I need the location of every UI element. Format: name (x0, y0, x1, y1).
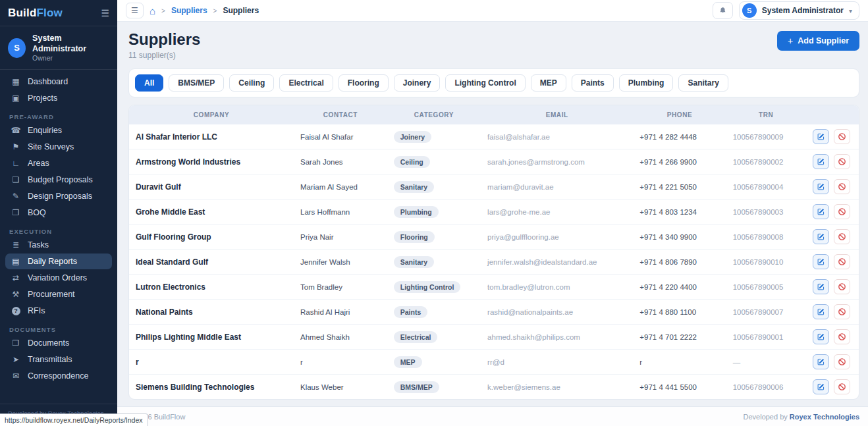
sidebar-item-projects[interactable]: ▣ Projects (5, 90, 112, 106)
edit-supplier-button[interactable] (813, 179, 829, 194)
breadcrumb-current: Suppliers (223, 6, 259, 15)
sidebar-item-daily-reports[interactable]: ▤ Daily Reports (5, 253, 112, 269)
task-list-icon: ≣ (11, 240, 21, 250)
category-badge: Plumbing (394, 206, 439, 218)
sidebar-item-variation-orders[interactable]: ⇄ Variation Orders (5, 270, 112, 286)
add-supplier-button[interactable]: + Add Supplier (777, 31, 859, 51)
disable-supplier-button[interactable] (834, 204, 850, 219)
sidebar-item-tasks[interactable]: ≣ Tasks (5, 237, 112, 253)
filter-flooring[interactable]: Flooring (339, 74, 389, 92)
disable-supplier-button[interactable] (834, 354, 850, 369)
sidebar-item-transmittals[interactable]: ➤ Transmittals (5, 352, 112, 367)
royex-technologies-link[interactable]: Royex Technologies (790, 413, 859, 421)
table-row: Duravit Gulf Mariam Al Sayed Sanitary ma… (129, 174, 859, 200)
page-footer: © 2026 BuildFlow Developed by Royex Tech… (117, 406, 868, 426)
disable-supplier-button[interactable] (834, 304, 850, 319)
cell-email: lars@grohe-me.ae (481, 200, 633, 225)
sidebar-item-design-proposals[interactable]: ✎ Design Proposals (5, 188, 112, 204)
filter-mep[interactable]: MEP (531, 74, 566, 92)
filter-plumbing[interactable]: Plumbing (619, 74, 674, 92)
ban-icon (838, 358, 846, 366)
breadcrumb-link-suppliers[interactable]: Suppliers (171, 6, 207, 15)
cell-contact: Priya Nair (294, 225, 387, 250)
filter-sanitary[interactable]: Sanitary (678, 74, 728, 92)
filter-all[interactable]: All (135, 74, 163, 92)
col-company: COMPANY (129, 105, 294, 124)
edit-supplier-button[interactable] (813, 254, 829, 269)
sidebar-item-procurement[interactable]: ⚒ Procurement (5, 286, 112, 302)
sidebar-item-label: Areas (28, 159, 49, 168)
sidebar-item-documents[interactable]: ❒ Documents (5, 335, 112, 351)
cell-company: Lutron Electronics (129, 275, 294, 300)
cell-email: priya@gulfflooring.ae (481, 225, 633, 250)
edit-pencil-icon (817, 282, 825, 291)
edit-supplier-button[interactable] (813, 304, 829, 319)
cell-actions (806, 250, 859, 275)
cell-email: sarah.jones@armstrong.com (481, 149, 633, 174)
edit-pencil-icon (817, 182, 825, 191)
buildflow-logo[interactable]: BuildFlow (8, 7, 63, 20)
cell-actions (806, 124, 859, 149)
cell-actions (806, 350, 859, 375)
cell-contact: Rashid Al Hajri (294, 300, 387, 325)
user-menu[interactable]: S System Administrator ▾ (739, 1, 859, 20)
disable-supplier-button[interactable] (834, 129, 850, 144)
sidebar-item-budget-proposals[interactable]: ❏ Budget Proposals (5, 172, 112, 188)
sidebar-item-boq[interactable]: ❐ BOQ (5, 205, 112, 221)
table-row: National Paints Rashid Al Hajri Paints r… (129, 300, 859, 325)
disable-supplier-button[interactable] (834, 379, 850, 394)
edit-pencil-icon (817, 132, 825, 141)
edit-supplier-button[interactable] (813, 354, 829, 369)
edit-supplier-button[interactable] (813, 229, 829, 244)
cell-contact: Tom Bradley (294, 275, 387, 300)
profile-role: Owner (32, 54, 109, 62)
sidebar-item-dashboard[interactable]: ▦ Dashboard (5, 74, 112, 90)
disable-supplier-button[interactable] (834, 329, 850, 344)
cell-trn: 100567890003 (726, 200, 806, 225)
filter-lighting-control[interactable]: Lighting Control (445, 74, 525, 92)
disable-supplier-button[interactable] (834, 254, 850, 269)
ban-icon (838, 132, 846, 141)
cell-phone: +971 4 701 2222 (633, 325, 726, 350)
edit-supplier-button[interactable] (813, 329, 829, 344)
edit-supplier-button[interactable] (813, 204, 829, 219)
disable-supplier-button[interactable] (834, 179, 850, 194)
supplier-count: 11 supplier(s) (128, 51, 200, 60)
design-pen-icon: ✎ (11, 192, 21, 201)
sidebar-item-areas[interactable]: ∟ Areas (5, 155, 112, 171)
cell-actions (806, 300, 859, 325)
cell-contact: Sarah Jones (294, 149, 387, 174)
edit-supplier-button[interactable] (813, 129, 829, 144)
cell-email: k.weber@siemens.ae (481, 375, 633, 400)
notifications-button[interactable] (713, 2, 733, 19)
edit-supplier-button[interactable] (813, 154, 829, 169)
filter-paints[interactable]: Paints (572, 74, 614, 92)
table-header-row: COMPANY CONTACT CATEGORY EMAIL PHONE TRN (129, 105, 859, 124)
sidebar-collapse-icon[interactable]: ☰ (101, 8, 109, 18)
disable-supplier-button[interactable] (834, 279, 850, 294)
sidebar-item-enquiries[interactable]: ☎ Enquiries (5, 122, 112, 138)
sidebar-item-site-surveys[interactable]: ⚑ Site Surveys (5, 139, 112, 155)
table-row: Philips Lighting Middle East Ahmed Shaik… (129, 325, 859, 350)
sidebar-item-correspondence[interactable]: ✉ Correspondence (5, 368, 112, 384)
cell-company: National Paints (129, 300, 294, 325)
home-icon[interactable]: ⌂ (149, 6, 155, 16)
table-row: Gulf Flooring Group Priya Nair Flooring … (129, 225, 859, 250)
sidebar-item-rfis[interactable]: ? RFIs (5, 303, 112, 319)
edit-supplier-button[interactable] (813, 279, 829, 294)
cell-actions (806, 200, 859, 225)
filter-bms-mep[interactable]: BMS/MEP (169, 74, 224, 92)
category-badge: Joinery (394, 131, 431, 143)
cell-category: Sanitary (387, 174, 481, 200)
developer-credit: Developed by Royex Technologies (744, 413, 859, 421)
filter-electrical[interactable]: Electrical (279, 74, 333, 92)
sidebar-item-label: Variation Orders (28, 273, 87, 282)
edit-supplier-button[interactable] (813, 379, 829, 394)
disable-supplier-button[interactable] (834, 229, 850, 244)
filter-joinery[interactable]: Joinery (394, 74, 441, 92)
cell-phone: +971 4 220 4400 (633, 275, 726, 300)
main-area: ☰ ⌂ > Suppliers > Suppliers S System Adm… (117, 0, 868, 426)
filter-ceiling[interactable]: Ceiling (229, 74, 274, 92)
disable-supplier-button[interactable] (834, 154, 850, 169)
menu-toggle-button[interactable]: ☰ (126, 3, 144, 18)
